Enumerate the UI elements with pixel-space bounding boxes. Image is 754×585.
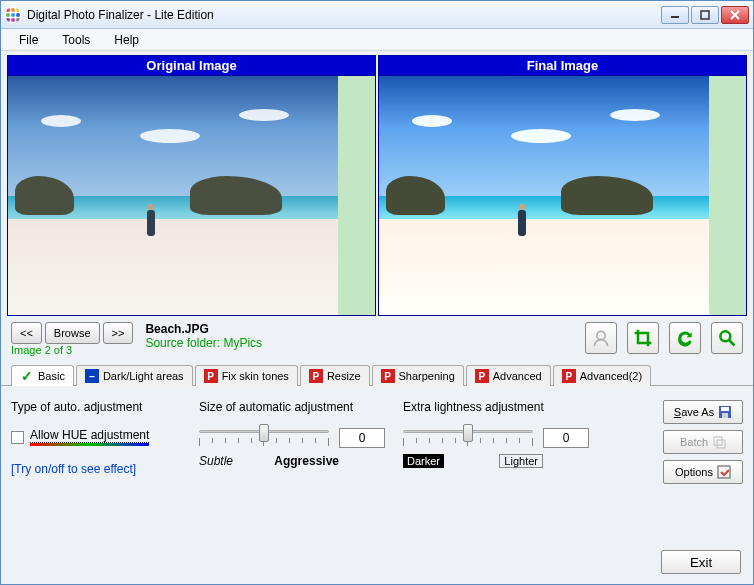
- slider-thumb[interactable]: [259, 424, 269, 442]
- tab-label: Sharpening: [399, 370, 455, 382]
- face-button[interactable]: [585, 322, 617, 354]
- dark-icon: –: [85, 369, 99, 383]
- tab-label: Basic: [38, 370, 65, 382]
- extra-slider[interactable]: [403, 426, 533, 450]
- face-icon: [591, 328, 611, 348]
- final-column: Final Image: [378, 55, 747, 316]
- app-window: Digital Photo Finalizer - Lite Edition F…: [0, 0, 754, 585]
- prev-button[interactable]: <<: [11, 322, 42, 344]
- footer: Exit: [1, 544, 753, 584]
- p-icon: P: [309, 369, 323, 383]
- try-link[interactable]: [Try on/off to see effect]: [11, 462, 181, 476]
- tabs: Basic –Dark/Light areas PFix skin tones …: [1, 364, 753, 386]
- size-value: 0: [339, 428, 385, 448]
- refresh-icon: [675, 328, 695, 348]
- crop-button[interactable]: [627, 322, 659, 354]
- tab-skin[interactable]: PFix skin tones: [195, 365, 298, 386]
- menubar: File Tools Help: [1, 29, 753, 51]
- size-min-label: Subtle: [199, 454, 233, 468]
- tab-resize[interactable]: PResize: [300, 365, 370, 386]
- exit-button[interactable]: Exit: [661, 550, 741, 574]
- refresh-button[interactable]: [669, 322, 701, 354]
- menu-file[interactable]: File: [9, 31, 48, 49]
- type-group: Type of auto. adjustment Allow HUE adjus…: [11, 400, 181, 534]
- svg-point-5: [720, 331, 730, 341]
- svg-rect-9: [722, 413, 728, 418]
- zoom-icon: [717, 328, 737, 348]
- save-icon: [718, 405, 732, 419]
- options-icon: [717, 465, 731, 479]
- minimize-button[interactable]: [661, 6, 689, 24]
- p-icon: P: [204, 369, 218, 383]
- svg-rect-8: [721, 407, 729, 411]
- extra-title: Extra lightness adjustment: [403, 400, 589, 414]
- size-group: Size of automatic adjustment 0 Subtle Ag…: [199, 400, 385, 534]
- tab-label: Resize: [327, 370, 361, 382]
- svg-rect-10: [714, 437, 722, 445]
- preview-row: Original Image Final Image: [1, 51, 753, 318]
- image-count: Image 2 of 3: [11, 344, 133, 356]
- tab-basic[interactable]: Basic: [11, 365, 74, 386]
- size-max-label: Aggressive: [274, 454, 339, 468]
- saveas-button[interactable]: SSave Asave As: [663, 400, 743, 424]
- crop-icon: [633, 328, 653, 348]
- nav-row: << Browse >> Image 2 of 3 Beach.JPG Sour…: [1, 318, 753, 364]
- original-column: Original Image: [7, 55, 376, 316]
- tab-advanced[interactable]: PAdvanced: [466, 365, 551, 386]
- check-icon: [20, 369, 34, 383]
- original-header: Original Image: [7, 55, 376, 76]
- titlebar: Digital Photo Finalizer - Lite Edition: [1, 1, 753, 29]
- next-button[interactable]: >>: [103, 322, 134, 344]
- svg-rect-1: [701, 11, 709, 19]
- batch-icon: [712, 435, 726, 449]
- p-icon: P: [381, 369, 395, 383]
- tab-label: Advanced(2): [580, 370, 642, 382]
- source-folder: Source folder: MyPics: [145, 336, 262, 350]
- window-title: Digital Photo Finalizer - Lite Edition: [27, 8, 661, 22]
- p-icon: P: [475, 369, 489, 383]
- basic-panel: Type of auto. adjustment Allow HUE adjus…: [1, 386, 753, 544]
- size-title: Size of automatic adjustment: [199, 400, 385, 414]
- slider-thumb[interactable]: [463, 424, 473, 442]
- batch-button[interactable]: Batch: [663, 430, 743, 454]
- app-icon: [5, 7, 21, 23]
- tab-sharpen[interactable]: PSharpening: [372, 365, 464, 386]
- menu-help[interactable]: Help: [104, 31, 149, 49]
- side-buttons: SSave Asave As Batch Options: [663, 400, 743, 534]
- tab-advanced2[interactable]: PAdvanced(2): [553, 365, 651, 386]
- window-controls: [661, 6, 749, 24]
- hue-checkbox[interactable]: [11, 431, 24, 444]
- extra-group: Extra lightness adjustment 0 Darker Ligh…: [403, 400, 589, 534]
- filename: Beach.JPG: [145, 322, 262, 336]
- maximize-button[interactable]: [691, 6, 719, 24]
- file-info: Beach.JPG Source folder: MyPics: [145, 322, 262, 350]
- tab-label: Dark/Light areas: [103, 370, 184, 382]
- menu-tools[interactable]: Tools: [52, 31, 100, 49]
- options-button[interactable]: Options: [663, 460, 743, 484]
- final-image: [378, 76, 747, 316]
- hue-underline: [30, 443, 149, 446]
- svg-line-6: [730, 341, 735, 346]
- extra-min-label: Darker: [403, 454, 444, 468]
- svg-rect-11: [717, 440, 725, 448]
- close-button[interactable]: [721, 6, 749, 24]
- zoom-button[interactable]: [711, 322, 743, 354]
- original-image: [7, 76, 376, 316]
- extra-max-label: Lighter: [499, 454, 543, 468]
- browse-button[interactable]: Browse: [45, 322, 100, 344]
- tab-label: Fix skin tones: [222, 370, 289, 382]
- svg-point-4: [597, 331, 605, 339]
- type-title: Type of auto. adjustment: [11, 400, 181, 414]
- p-icon: P: [562, 369, 576, 383]
- final-header: Final Image: [378, 55, 747, 76]
- tab-dark-light[interactable]: –Dark/Light areas: [76, 365, 193, 386]
- tab-label: Advanced: [493, 370, 542, 382]
- size-slider[interactable]: [199, 426, 329, 450]
- extra-value: 0: [543, 428, 589, 448]
- hue-label[interactable]: Allow HUE adjustment: [30, 428, 149, 443]
